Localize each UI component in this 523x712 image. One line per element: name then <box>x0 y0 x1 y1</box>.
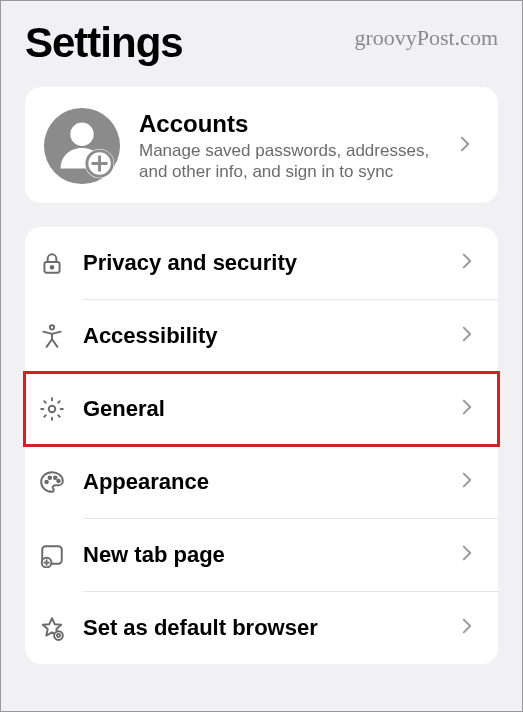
palette-icon <box>37 469 67 495</box>
chevron-right-icon <box>462 545 482 565</box>
row-accessibility[interactable]: Accessibility <box>25 300 498 372</box>
chevron-right-icon <box>462 326 482 346</box>
chevron-right-icon <box>462 618 482 638</box>
svg-point-7 <box>51 266 54 269</box>
svg-point-12 <box>54 476 57 479</box>
row-label: New tab page <box>83 542 446 568</box>
row-privacy-and-security[interactable]: Privacy and security <box>25 227 498 299</box>
row-label: Appearance <box>83 469 446 495</box>
chevron-right-icon <box>460 136 480 156</box>
row-appearance[interactable]: Appearance <box>25 446 498 518</box>
row-set-as-default-browser[interactable]: Set as default browser <box>25 592 498 664</box>
row-general[interactable]: General <box>25 373 498 445</box>
star-gear-icon <box>37 615 67 641</box>
accounts-subtitle: Manage saved passwords, addresses, and o… <box>139 140 442 183</box>
page-title: Settings <box>25 19 183 67</box>
row-label: Accessibility <box>83 323 446 349</box>
svg-point-8 <box>50 325 54 329</box>
row-label: General <box>83 396 446 422</box>
watermark-text: groovyPost.com <box>354 19 498 51</box>
svg-point-9 <box>49 406 56 413</box>
chevron-right-icon <box>462 399 482 419</box>
svg-point-1 <box>70 123 93 146</box>
accessibility-icon <box>37 323 67 349</box>
row-new-tab-page[interactable]: New tab page <box>25 519 498 591</box>
svg-point-11 <box>49 476 52 479</box>
accounts-title: Accounts <box>139 110 442 138</box>
svg-point-18 <box>54 631 63 640</box>
chevron-right-icon <box>462 253 482 273</box>
avatar-add-icon <box>43 107 121 185</box>
gear-icon <box>37 396 67 422</box>
accounts-row[interactable]: Accounts Manage saved passwords, address… <box>25 87 498 203</box>
tab-plus-icon <box>37 542 67 568</box>
row-label: Privacy and security <box>83 250 446 276</box>
row-label: Set as default browser <box>83 615 446 641</box>
svg-point-13 <box>57 480 60 483</box>
chevron-right-icon <box>462 472 482 492</box>
lock-icon <box>37 250 67 276</box>
svg-point-10 <box>45 481 48 484</box>
